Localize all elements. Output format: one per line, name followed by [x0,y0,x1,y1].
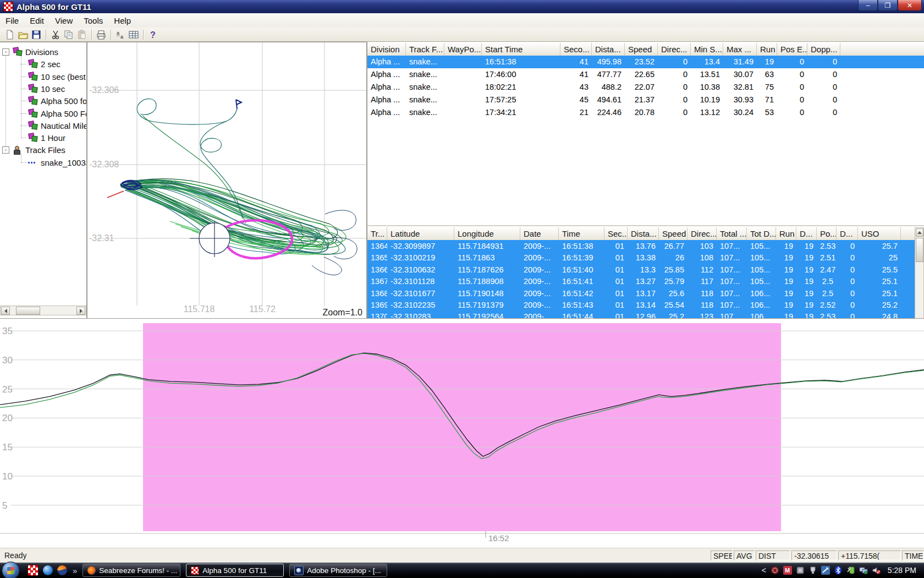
quicklaunch-google-earth-icon[interactable] [43,565,53,575]
gps-track-map[interactable]: -32.306 -32.308 -32.31 115.718 115.72 [87,42,366,318]
menu-item-view[interactable]: View [50,14,78,27]
tree-item-1-hour[interactable]: 1 Hour [0,132,86,144]
blue-wrench-icon[interactable] [821,566,830,575]
column-header-9[interactable]: Total ... [717,227,747,240]
paste-icon[interactable] [75,29,89,41]
restore-button[interactable]: ❐ [878,0,898,11]
close-button[interactable]: ✕ [898,0,922,11]
column-header-14[interactable]: D... [837,227,858,240]
table-row[interactable]: Alpha ...snake...17:34:2121224.4620.7801… [367,106,924,119]
tree-hscrollbar[interactable] [0,306,86,315]
tree-item-alpha-500-fo[interactable]: Alpha 500 fo [0,95,86,107]
mcafee-m-icon[interactable]: M [783,566,792,575]
table-row[interactable]: Alpha ...snake...17:57:2545494.6121.3701… [367,94,924,106]
tree-item-divisions[interactable]: -Divisions [0,46,86,58]
taskbar-button-3[interactable]: Adobe Photoshop - [... [289,564,387,577]
table-row[interactable]: Alpha ...snake...16:51:3841495.9823.5201… [367,56,924,68]
copy-icon[interactable] [62,29,75,41]
column-header-7[interactable]: Speed [659,227,688,240]
selected-run-region[interactable] [143,323,781,531]
column-header-5[interactable]: Dista... [592,43,625,56]
column-header-7[interactable]: Direc... [658,43,691,56]
column-header-8[interactable]: Min S... [691,43,723,56]
table-row[interactable]: 1365-32.3100219115.718632009-...16:51:39… [367,252,924,263]
quicklaunch-firefox-icon[interactable] [57,565,67,575]
scroll-right-arrow[interactable] [76,307,85,315]
column-header-6[interactable]: Speed [625,43,658,56]
column-header-2[interactable]: WayPo... [444,43,482,56]
menu-item-help[interactable]: Help [108,14,136,27]
cut-icon[interactable] [49,29,62,41]
bluetooth-icon[interactable] [834,566,843,575]
column-header-12[interactable]: Dopp... [807,43,840,56]
column-header-12[interactable]: D... [796,227,817,240]
column-header-0[interactable]: Tr... [367,227,387,240]
new-icon[interactable] [3,29,16,41]
scroll-left-arrow[interactable] [1,307,10,315]
save-icon[interactable] [30,29,43,41]
menu-item-tools[interactable]: Tools [78,14,108,27]
column-header-3[interactable]: Date [520,227,559,240]
tree-item-10-sec[interactable]: 10 sec [0,83,86,95]
help-icon[interactable]: ? [146,29,160,41]
column-header-1[interactable]: Track F... [406,43,444,56]
open-icon[interactable] [16,29,30,41]
speed-chart-panel[interactable]: 353025201510516:52 [0,318,924,548]
grid-icon[interactable] [127,29,140,41]
table-row[interactable]: 1367-32.3101128115.71889082009-...16:51:… [367,275,924,287]
scroll-thumb[interactable] [16,307,40,315]
column-header-10[interactable]: Tot D... [747,227,776,240]
network-monitors-icon[interactable] [859,566,868,575]
table-row[interactable]: 1364-32.3099897115.71849312009-...16:51:… [367,240,924,252]
tree-item-2-sec[interactable]: 2 sec [0,58,86,70]
start-button[interactable] [2,561,20,578]
tree-expand-box[interactable]: - [2,146,9,154]
red-badge-icon[interactable] [771,566,779,575]
menu-item-file[interactable]: File [0,14,24,27]
table-row[interactable]: 1369-32.3102235115.71913792009-...16:51:… [367,299,924,310]
column-header-15[interactable]: USO [858,227,901,240]
column-header-11[interactable]: Run [776,227,796,240]
speaker-muted-icon[interactable] [872,566,881,575]
table-row[interactable]: Alpha ...snake...17:46:0041477.7722.6501… [367,68,924,81]
power-plug-icon[interactable] [846,566,855,575]
track-map-panel[interactable]: -32.306 -32.308 -32.31 115.718 115.72 [87,42,366,318]
minimize-button[interactable]: – [858,0,878,11]
taskbar-button-2[interactable]: Alpha 500 for GT11 [186,564,284,577]
print-icon[interactable] [95,29,108,41]
tree-item-alpha-500-fc[interactable]: Alpha 500 Fc [0,107,86,119]
column-header-4[interactable]: Seco... [560,43,592,56]
column-header-6[interactable]: Dista... [628,227,659,240]
column-header-13[interactable]: Po... [817,227,837,240]
tray-expand-chevron[interactable]: < [762,566,766,575]
tree-item-10-sec-best-c[interactable]: 10 sec (best c [0,70,86,83]
column-header-2[interactable]: Longitude [454,227,520,240]
title-bar[interactable]: Alpha 500 for GT11 – ❐ ✕ [0,0,924,13]
column-header-11[interactable]: Pos E... [777,43,807,56]
tree-item-track-files[interactable]: -Track Files [0,144,86,156]
quicklaunch-overflow-chevron[interactable]: » [73,566,77,575]
column-header-10[interactable]: Run [757,43,777,56]
taskbar-button-1[interactable]: Seabreeze Forums! - ... [82,564,180,577]
table-row[interactable]: 1368-32.3101677115.71901482009-...16:51:… [367,287,924,299]
speed-time-chart[interactable]: 353025201510516:52 [0,319,924,548]
silver-cup-icon[interactable] [809,566,817,575]
column-header-5[interactable]: Sec... [604,227,628,240]
tree-item-snake-10033[interactable]: snake_10033 [0,156,86,168]
column-header-9[interactable]: Max ... [723,43,757,56]
table-row[interactable]: 1366-32.3100632115.71876262009-...16:51:… [367,264,924,275]
column-header-4[interactable]: Time [559,227,604,240]
column-header-8[interactable]: Direc... [688,227,717,240]
tree-item-nautical-mile[interactable]: Nautical Mile [0,119,86,132]
tree-expand-box[interactable]: - [2,48,9,56]
table-row[interactable]: Alpha ...snake...18:02:2143488.222.07010… [367,81,924,94]
scroll-thumb[interactable] [916,238,923,262]
labels-icon[interactable]: aa [114,29,127,41]
gray-device-icon[interactable] [796,566,805,575]
column-header-3[interactable]: Start Time [482,43,560,56]
quicklaunch-checkered-flag-icon[interactable] [28,565,38,576]
menu-item-edit[interactable]: Edit [24,14,50,27]
scroll-up-arrow[interactable] [916,228,923,237]
column-header-1[interactable]: Latitude [387,227,454,240]
column-header-0[interactable]: Division [367,43,406,56]
